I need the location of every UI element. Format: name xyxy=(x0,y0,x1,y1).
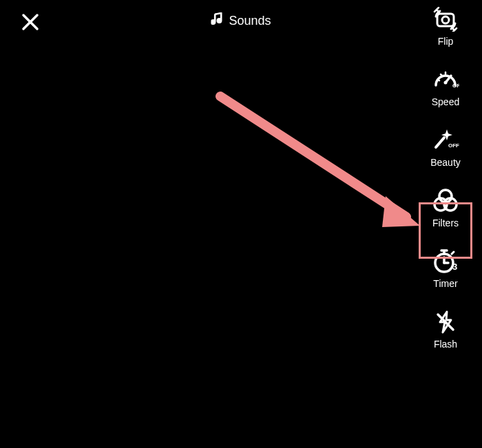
timer-button[interactable]: 3 Timer xyxy=(423,248,468,289)
flash-label: Flash xyxy=(434,339,457,350)
beauty-button[interactable]: OFF Beauty xyxy=(423,127,468,168)
speed-button[interactable]: OFF Speed xyxy=(423,66,468,107)
sounds-label: Sounds xyxy=(229,14,271,28)
filters-button[interactable]: Filters xyxy=(423,187,468,228)
svg-line-25 xyxy=(220,96,406,217)
speed-label: Speed xyxy=(432,96,459,107)
music-note-icon xyxy=(211,12,223,29)
camera-tools-rail: Flip OFF Speed OFF Beauty xyxy=(423,6,468,350)
speedometer-icon: OFF xyxy=(432,66,459,94)
close-icon xyxy=(21,13,39,34)
svg-text:OFF: OFF xyxy=(452,83,459,89)
svg-text:OFF: OFF xyxy=(448,142,459,149)
close-button[interactable] xyxy=(19,12,41,34)
flip-label: Flip xyxy=(438,36,454,47)
svg-line-9 xyxy=(441,74,442,76)
svg-line-8 xyxy=(437,80,439,81)
filters-icon xyxy=(432,187,459,215)
svg-text:3: 3 xyxy=(452,262,457,272)
flip-icon xyxy=(432,6,459,33)
timer-label: Timer xyxy=(433,278,457,289)
svg-line-22 xyxy=(452,252,454,254)
flip-button[interactable]: Flip xyxy=(423,6,468,47)
magic-wand-icon: OFF xyxy=(432,127,459,154)
sounds-button[interactable]: Sounds xyxy=(211,12,271,29)
svg-point-7 xyxy=(444,81,448,85)
annotation-arrow xyxy=(207,83,427,234)
filters-label: Filters xyxy=(432,217,459,228)
stopwatch-icon: 3 xyxy=(432,248,459,275)
beauty-label: Beauty xyxy=(430,157,461,168)
svg-point-5 xyxy=(442,17,449,23)
svg-line-12 xyxy=(436,138,444,147)
flash-button[interactable]: Flash xyxy=(423,308,468,350)
flash-off-icon xyxy=(432,308,459,336)
